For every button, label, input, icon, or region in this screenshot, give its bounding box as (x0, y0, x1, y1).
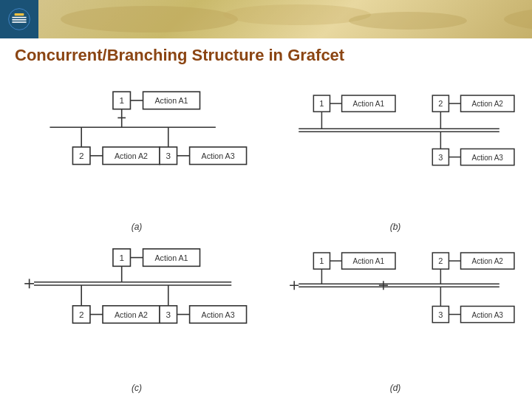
diagram-d-svg: 1 Action A1 2 Action A2 (269, 236, 522, 392)
svg-text:1: 1 (119, 95, 124, 105)
svg-text:3: 3 (438, 310, 443, 319)
svg-text:1: 1 (319, 256, 324, 265)
header (0, 0, 532, 38)
svg-text:Action A1: Action A1 (154, 96, 188, 105)
logo (0, 0, 38, 38)
diagrams-grid: 1 Action A1 2 Action A2 3 (0, 69, 532, 398)
svg-text:2: 2 (79, 151, 84, 160)
svg-text:3: 3 (438, 153, 443, 162)
diagram-d-label: (d) (390, 383, 401, 393)
svg-text:Action A1: Action A1 (353, 257, 385, 265)
page-title: Concurrent/Branching Structure in Grafce… (0, 38, 532, 69)
diagram-a-svg: 1 Action A1 2 Action A2 3 (10, 75, 263, 231)
svg-rect-4 (15, 13, 24, 16)
svg-text:2: 2 (438, 256, 443, 265)
svg-text:2: 2 (79, 310, 84, 319)
svg-text:1: 1 (319, 99, 324, 108)
diagram-c-svg: 1 Action A1 2 Action A2 (10, 236, 263, 392)
svg-text:Action A1: Action A1 (154, 253, 188, 262)
svg-text:Action A2: Action A2 (115, 310, 148, 319)
svg-text:Action A3: Action A3 (472, 154, 504, 162)
svg-text:Action A2: Action A2 (472, 100, 504, 108)
diagram-d: 1 Action A1 2 Action A2 (266, 233, 525, 395)
logo-icon (7, 7, 31, 31)
svg-text:3: 3 (166, 310, 171, 319)
svg-text:Action A3: Action A3 (202, 310, 235, 319)
diagram-b: 1 Action A1 2 Action A2 3 (266, 72, 525, 233)
svg-text:2: 2 (438, 99, 443, 108)
diagram-c: 1 Action A1 2 Action A2 (7, 233, 266, 395)
svg-text:Action A2: Action A2 (472, 257, 504, 265)
diagram-b-label: (b) (390, 222, 401, 232)
header-map-background (38, 0, 532, 38)
svg-rect-1 (12, 17, 26, 18)
diagram-c-label: (c) (132, 383, 142, 393)
svg-text:Action A3: Action A3 (202, 151, 235, 160)
svg-text:Action A3: Action A3 (472, 311, 504, 319)
svg-text:1: 1 (119, 253, 124, 262)
svg-rect-3 (12, 21, 26, 23)
svg-rect-2 (12, 19, 26, 21)
svg-text:Action A1: Action A1 (353, 100, 385, 108)
diagram-b-svg: 1 Action A1 2 Action A2 3 (269, 75, 522, 231)
svg-text:Action A2: Action A2 (115, 151, 148, 160)
diagram-a-label: (a) (132, 222, 143, 232)
diagram-a: 1 Action A1 2 Action A2 3 (7, 72, 266, 233)
svg-text:3: 3 (166, 151, 171, 160)
